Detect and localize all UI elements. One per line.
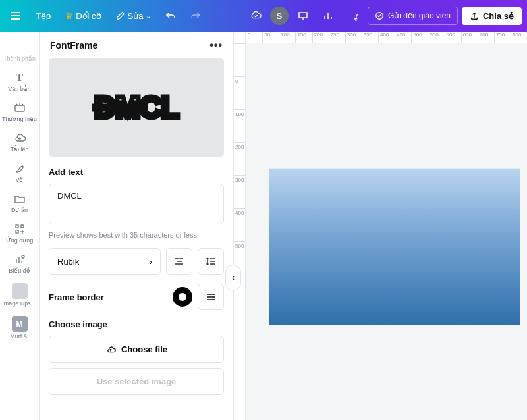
nav-elements[interactable]: Thành phần — [1, 37, 39, 66]
resize-label: Đổi cỡ — [76, 11, 101, 21]
nav-label: Image Ups… — [2, 300, 37, 307]
nav-label: Tải lên — [10, 146, 28, 153]
artboard[interactable] — [269, 169, 520, 325]
upscaler-icon — [12, 283, 28, 299]
nav-text[interactable]: TVăn bản — [1, 67, 39, 96]
vertical-ruler: 0100200300400500 — [234, 43, 246, 420]
check-circle-icon — [375, 11, 384, 20]
cloud-upload-icon — [105, 345, 116, 354]
main: Thành phần TVăn bản Thương hiệu Tải lên … — [0, 32, 527, 420]
murf-icon: M — [12, 316, 28, 332]
choose-file-label: Choose file — [121, 344, 167, 354]
border-style-button[interactable] — [198, 284, 224, 310]
left-nav: Thành phần TVăn bản Thương hiệu Tải lên … — [0, 32, 40, 420]
ruler-tick: 350 — [362, 32, 378, 43]
undo-button[interactable] — [160, 5, 181, 26]
char-hint: Preview shows best with 35 characters or… — [49, 231, 224, 239]
choose-image-label: Choose image — [49, 319, 224, 329]
canvas-area: 0501001502002503003504004505005506006507… — [234, 32, 527, 420]
preview-box: ĐMCL — [49, 58, 224, 157]
share-label: Chia sẻ — [483, 11, 514, 21]
hamburger-menu[interactable] — [5, 5, 26, 26]
ruler-tick: 100 — [234, 109, 245, 142]
panel-body: ĐMCL Add text Preview shows best with 35… — [40, 58, 233, 420]
use-selected-label: Use selected image — [97, 377, 177, 386]
text-align-button[interactable] — [166, 248, 192, 275]
ruler-tick: 750 — [494, 32, 511, 43]
nav-brand[interactable]: Thương hiệu — [1, 97, 39, 126]
nav-projects[interactable]: Dự án — [1, 188, 39, 217]
frame-border-label: Frame border — [49, 292, 104, 302]
svg-rect-11 — [21, 225, 24, 228]
border-color-preview[interactable] — [173, 287, 192, 307]
ruler-tick — [234, 43, 245, 76]
upload-icon — [470, 11, 479, 20]
ruler-tick: 250 — [329, 32, 345, 43]
preview-text: ĐMCL — [94, 90, 179, 125]
nav-apps[interactable]: Ứng dụng — [1, 219, 39, 248]
comment-button[interactable] — [343, 5, 364, 26]
nav-image-upscaler[interactable]: Image Ups… — [1, 279, 39, 311]
nav-label: Murf AI — [10, 333, 29, 340]
font-picker[interactable]: Rubik › — [49, 248, 161, 275]
svg-rect-3 — [299, 13, 307, 18]
ruler-tick: 300 — [345, 32, 362, 43]
use-selected-image-button[interactable]: Use selected image — [49, 368, 224, 395]
horizontal-ruler: 0501001502002503003504004505005506006507… — [246, 32, 527, 43]
elements-icon — [13, 41, 26, 54]
svg-point-18 — [22, 255, 24, 258]
present-button[interactable] — [292, 5, 314, 26]
ruler-corner — [234, 32, 246, 43]
collapse-panel-button[interactable]: ‹ — [225, 265, 241, 291]
chevron-down-icon: ⌄ — [146, 13, 151, 20]
svg-rect-10 — [16, 225, 18, 228]
cloud-sync-icon[interactable] — [245, 5, 266, 26]
cloud-upload-icon — [13, 132, 26, 145]
ruler-tick: 450 — [395, 32, 411, 43]
avatar[interactable]: S — [270, 7, 289, 25]
text-input[interactable] — [49, 184, 224, 224]
nav-uploads[interactable]: Tải lên — [1, 128, 39, 157]
topbar: Tệp ♛ Đổi cỡ Sửa ⌄ S Gửi đến giáo viên C… — [0, 0, 527, 32]
ruler-tick: 200 — [234, 142, 245, 175]
brand-icon — [13, 101, 26, 115]
nav-label: Thành phần — [3, 55, 36, 62]
nav-charts[interactable]: Biểu đồ — [1, 249, 39, 278]
nav-label: Dự án — [11, 207, 28, 213]
redo-button[interactable] — [185, 5, 206, 26]
panel-header: FontFrame ••• — [40, 32, 233, 58]
ruler-tick: 400 — [378, 32, 395, 43]
nav-murf-ai[interactable]: MMurf AI — [1, 312, 39, 344]
chart-icon — [13, 253, 26, 266]
send-to-teacher-button[interactable]: Gửi đến giáo viên — [368, 7, 458, 25]
nav-draw[interactable]: Vẽ — [1, 158, 39, 187]
pencil-icon — [116, 11, 125, 20]
ruler-tick: 100 — [279, 32, 295, 43]
file-menu[interactable]: Tệp — [30, 7, 56, 25]
panel-more-button[interactable]: ••• — [209, 39, 223, 51]
draw-icon — [13, 162, 26, 175]
nav-label: Biểu đồ — [9, 267, 30, 274]
resize-menu[interactable]: ♛ Đổi cỡ — [60, 7, 106, 25]
ruler-tick: 650 — [461, 32, 478, 43]
line-spacing-button[interactable] — [198, 248, 224, 275]
chevron-right-icon: › — [150, 257, 152, 267]
analytics-button[interactable] — [318, 5, 339, 26]
svg-rect-9 — [15, 105, 24, 111]
edit-menu[interactable]: Sửa ⌄ — [111, 7, 157, 25]
ruler-tick: 600 — [445, 32, 461, 43]
send-teacher-label: Gửi đến giáo viên — [388, 11, 451, 20]
nav-label: Thương hiệu — [2, 116, 37, 122]
ruler-tick: 50 — [262, 32, 279, 43]
text-icon: T — [13, 71, 26, 84]
ruler-tick: 0 — [234, 76, 245, 109]
canvas-viewport[interactable] — [246, 43, 527, 420]
crown-icon: ♛ — [65, 11, 73, 21]
svg-rect-12 — [16, 230, 18, 233]
side-panel: FontFrame ••• ĐMCL Add text Preview show… — [40, 32, 234, 420]
share-button[interactable]: Chia sẻ — [462, 7, 522, 25]
folder-icon — [13, 192, 26, 205]
ruler-tick: 550 — [428, 32, 444, 43]
font-name: Rubik — [57, 257, 79, 267]
choose-file-button[interactable]: Choose file — [49, 336, 224, 363]
